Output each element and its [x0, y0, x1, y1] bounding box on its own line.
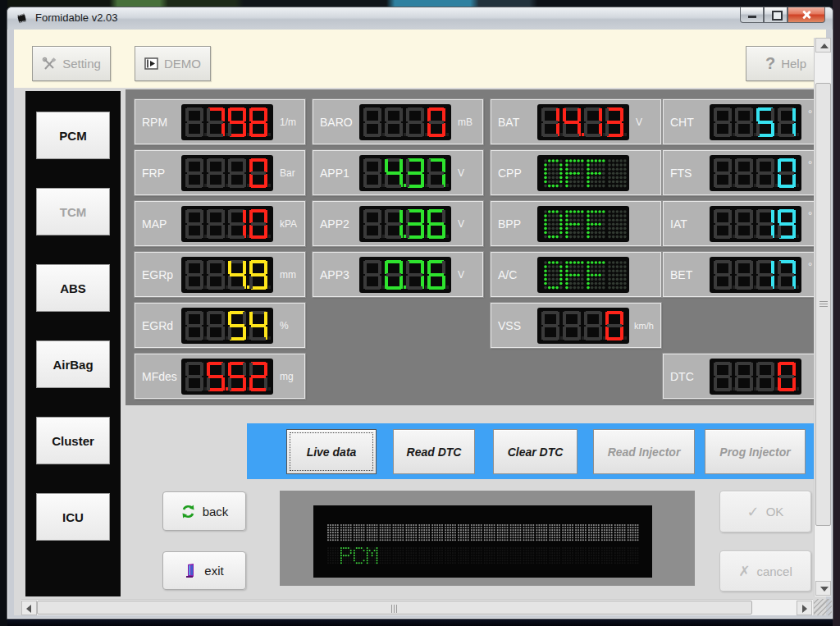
- main-content: PCMTCMABSAirBagClusterICU RPM1/mFRPBarMA…: [14, 88, 826, 615]
- sidebar-item-label: ICU: [62, 510, 84, 524]
- close-icon: [801, 10, 811, 20]
- toolbar: Setting DEMO Help: [14, 30, 826, 89]
- scroll-down-icon: [820, 587, 829, 592]
- led-panel-bat: BATV: [491, 99, 661, 144]
- led-panel-app2: APP2V: [313, 201, 483, 246]
- seven-segment-display-bat: [537, 104, 629, 140]
- action-button-label: Prog Injector: [719, 446, 790, 459]
- read-injector-button[interactable]: Read Injector: [593, 429, 695, 474]
- horizontal-scrollbar[interactable]: [21, 599, 813, 615]
- led-panel-unit: V: [636, 117, 642, 128]
- led-panel-ac: A/C: [491, 252, 661, 297]
- sidebar-item-label: ABS: [60, 281, 86, 295]
- led-panel-map: MAPkPA: [135, 201, 305, 246]
- seven-segment-display-bet: [710, 257, 801, 293]
- sidebar-item-label: Cluster: [52, 434, 94, 448]
- led-panel-label: BAT: [498, 116, 519, 129]
- led-panel-label: BET: [670, 268, 692, 281]
- led-panel-app1: APP1V: [313, 150, 483, 195]
- led-panel-bpp: BPP: [491, 201, 661, 246]
- led-panel-label: A/C: [498, 268, 517, 281]
- help-question-icon: [765, 54, 775, 73]
- seven-segment-display-egrp: [181, 257, 273, 293]
- ok-button[interactable]: OK: [719, 491, 811, 532]
- close-button[interactable]: [788, 7, 825, 23]
- seven-segment-display-iat: [710, 206, 801, 242]
- message-display: [313, 505, 652, 578]
- sidebar-item-abs[interactable]: ABS: [36, 264, 110, 312]
- led-panel-label: FRP: [142, 167, 165, 180]
- seven-segment-display-app2: [359, 206, 451, 242]
- vertical-scrollbar[interactable]: [814, 38, 831, 596]
- demo-button[interactable]: DEMO: [135, 46, 211, 81]
- sidebar-item-airbag[interactable]: AirBag: [36, 340, 110, 388]
- scroll-thumb-grip: [391, 605, 398, 613]
- led-panel-label: BPP: [498, 217, 521, 231]
- maximize-button[interactable]: [764, 7, 788, 23]
- vertical-scroll-thumb[interactable]: [815, 83, 831, 526]
- cancel-button[interactable]: cancel: [719, 551, 811, 592]
- scroll-right-button[interactable]: [797, 601, 812, 615]
- sidebar-item-icu[interactable]: ICU: [36, 493, 110, 541]
- back-button[interactable]: back: [162, 491, 246, 531]
- sidebar-item-tcm[interactable]: TCM: [36, 188, 110, 235]
- led-panel-frp: FRPBar: [135, 150, 305, 195]
- led-panel-mfdes: MFdesmg: [135, 354, 305, 399]
- sidebar: PCMTCMABSAirBagClusterICU: [25, 91, 121, 596]
- seven-segment-display-app3: [359, 257, 451, 293]
- led-panel-bet: BET°: [663, 252, 814, 297]
- scroll-up-button[interactable]: [815, 38, 831, 53]
- scroll-left-button[interactable]: [21, 601, 37, 615]
- seven-segment-display-rpm: [181, 104, 273, 140]
- resize-grip[interactable]: [814, 599, 832, 615]
- led-panel-label: FTS: [670, 167, 692, 180]
- scroll-down-button[interactable]: [815, 581, 831, 596]
- dot-matrix-display-bpp: [537, 206, 629, 242]
- maximize-icon: [772, 11, 783, 21]
- led-panel-unit: km/h: [634, 321, 654, 331]
- back-label: back: [203, 505, 229, 519]
- live-data-button[interactable]: Live data: [286, 429, 377, 474]
- exit-label: exit: [204, 564, 223, 578]
- sidebar-item-pcm[interactable]: PCM: [36, 112, 110, 159]
- scroll-up-icon: [820, 43, 829, 48]
- minimize-button[interactable]: [740, 7, 764, 23]
- action-button-label: Live data: [307, 446, 357, 459]
- led-panel-label: MAP: [142, 217, 167, 231]
- led-panel-fts: FTS°: [663, 150, 814, 195]
- led-panel-unit: kPA: [280, 218, 297, 230]
- action-button-label: Read Injector: [608, 446, 681, 459]
- clear-dtc-button[interactable]: Clear DTC: [493, 429, 578, 474]
- sidebar-item-cluster[interactable]: Cluster: [36, 417, 110, 464]
- app-chip-icon: [15, 11, 29, 25]
- led-panel-unit: 1/m: [280, 117, 296, 128]
- prog-injector-button[interactable]: Prog Injector: [705, 429, 806, 474]
- led-panel-label: CPP: [498, 167, 522, 180]
- led-panel-label: APP3: [320, 268, 349, 281]
- setting-button[interactable]: Setting: [32, 46, 111, 81]
- led-panel-dtc: DTC: [663, 354, 814, 399]
- led-panel-unit: °: [808, 209, 812, 222]
- caption-buttons: [740, 7, 825, 23]
- action-bar: Live dataRead DTCClear DTCRead InjectorP…: [247, 423, 814, 479]
- demo-label: DEMO: [164, 57, 201, 71]
- horizontal-scroll-thumb[interactable]: [37, 601, 752, 615]
- led-panel-label: EGRd: [142, 319, 173, 332]
- scroll-thumb-grip: [819, 301, 828, 308]
- led-panel-label: APP2: [320, 217, 349, 231]
- scroll-right-icon: [802, 605, 807, 613]
- back-refresh-icon: [180, 504, 196, 519]
- exit-button[interactable]: exit: [162, 551, 246, 590]
- message-panel-frame: [280, 491, 695, 586]
- read-dtc-button[interactable]: Read DTC: [393, 429, 475, 474]
- setting-tools-icon: [42, 57, 57, 71]
- help-label: Help: [781, 57, 806, 71]
- window-title: Formidable v2.03: [35, 7, 117, 29]
- ok-check-icon: [747, 503, 760, 521]
- desktop-background-bottom: [0, 619, 840, 626]
- seven-segment-display-baro: [359, 104, 451, 140]
- cancel-x-icon: [738, 563, 750, 580]
- led-panel-area: RPM1/mFRPBarMAPkPAEGRpmmEGRd%MFdesmgBARO…: [126, 89, 814, 405]
- titlebar[interactable]: Formidable v2.03: [7, 7, 833, 30]
- setting-label: Setting: [62, 57, 101, 71]
